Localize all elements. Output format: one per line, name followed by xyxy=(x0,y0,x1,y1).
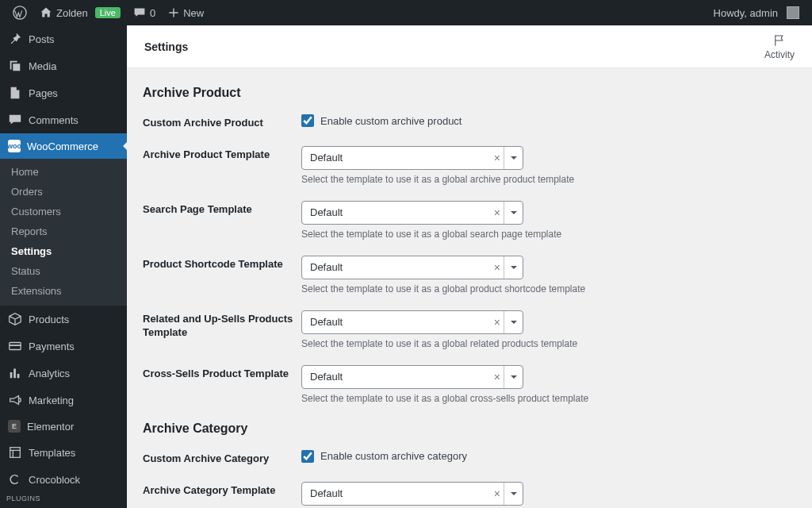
label-search-page-template: Search Page Template xyxy=(143,201,301,217)
clear-icon[interactable]: × xyxy=(494,262,500,273)
label-archive-category-template: Archive Category Template xyxy=(143,482,301,498)
menu-marketing[interactable]: Marketing xyxy=(0,387,127,414)
new-link[interactable]: New xyxy=(162,0,210,25)
desc-cross-sells-template: Select the template to use it as a globa… xyxy=(301,393,745,404)
checkbox-label-custom-archive-category[interactable]: Enable custom archive category xyxy=(320,450,467,462)
label-custom-archive-product: Custom Archive Product xyxy=(143,114,301,130)
checkbox-custom-archive-category[interactable] xyxy=(301,450,314,463)
heading-archive-category: Archive Category xyxy=(143,421,796,436)
submenu-extensions[interactable]: Extensions xyxy=(0,281,127,301)
clear-icon[interactable]: × xyxy=(494,488,500,499)
site-name: Zolden xyxy=(56,7,88,19)
crocoblock-icon xyxy=(8,472,22,487)
menu-jetformbuilder[interactable]: JF JetFormBuilder xyxy=(0,502,127,508)
menu-templates[interactable]: Templates xyxy=(0,439,127,466)
comments-icon xyxy=(8,113,22,127)
site-link[interactable]: Zolden Live xyxy=(33,0,127,25)
row-search-page-template: Search Page Template Default × Select th… xyxy=(143,201,796,240)
flag-icon xyxy=(772,33,787,48)
avatar xyxy=(787,6,799,19)
admin-bar: Zolden Live 0 New Howdy, admin xyxy=(0,0,812,25)
account-link[interactable]: Howdy, admin xyxy=(707,0,806,25)
chevron-down-icon xyxy=(504,483,523,505)
menu-elementor[interactable]: E Elementor xyxy=(0,414,127,439)
submenu-reports[interactable]: Reports xyxy=(0,221,127,241)
analytics-icon xyxy=(8,366,22,380)
row-cross-sells-template: Cross-Sells Product Template Default × S… xyxy=(143,365,796,404)
elementor-icon: E xyxy=(8,420,21,433)
label-product-shortcode-template: Product Shortcode Template xyxy=(143,256,301,271)
comments-link[interactable]: 0 xyxy=(127,0,162,25)
select-archive-product-template[interactable]: Default × xyxy=(301,146,523,170)
plugins-separator-label: PLUGINS xyxy=(0,493,127,502)
desc-archive-product-template: Select the template to use it as a globa… xyxy=(301,174,745,185)
new-label: New xyxy=(183,7,204,19)
submenu-orders[interactable]: Orders xyxy=(0,182,127,202)
page-title: Settings xyxy=(144,40,188,53)
menu-crocoblock[interactable]: Crocoblock xyxy=(0,466,127,493)
menu-posts[interactable]: Posts xyxy=(0,25,127,52)
admin-menu: Posts Media Pages Comments woo WooCommer… xyxy=(0,25,127,508)
svg-rect-3 xyxy=(10,448,21,458)
activity-button[interactable]: Activity xyxy=(764,33,795,60)
menu-comments[interactable]: Comments xyxy=(0,106,127,133)
pages-icon xyxy=(8,86,22,100)
desc-search-page-template: Select the template to use it as a globa… xyxy=(301,229,745,240)
row-related-upsells-template: Related and Up-Sells Products Template D… xyxy=(143,310,796,349)
chevron-down-icon xyxy=(504,147,523,169)
settings-content: Archive Product Custom Archive Product E… xyxy=(127,68,812,508)
menu-payments[interactable]: Payments xyxy=(0,333,127,360)
live-badge: Live xyxy=(95,7,121,18)
products-icon xyxy=(8,312,22,326)
svg-rect-2 xyxy=(10,344,21,346)
checkbox-custom-archive-product[interactable] xyxy=(301,114,314,127)
submenu-customers[interactable]: Customers xyxy=(0,202,127,221)
label-archive-product-template: Archive Product Template xyxy=(143,146,301,162)
clear-icon[interactable]: × xyxy=(494,317,500,328)
menu-products[interactable]: Products xyxy=(0,306,127,333)
select-cross-sells-template[interactable]: Default × xyxy=(301,365,523,389)
clear-icon[interactable]: × xyxy=(494,207,500,218)
payments-icon xyxy=(8,339,22,353)
row-archive-category-template: Archive Category Template Default × Sele… xyxy=(143,482,796,508)
menu-analytics[interactable]: Analytics xyxy=(0,360,127,387)
media-icon xyxy=(8,59,22,73)
page-topbar: Settings Activity xyxy=(127,25,812,68)
submenu-home[interactable]: Home xyxy=(0,162,127,182)
woocommerce-icon: woo xyxy=(8,140,21,152)
chevron-down-icon xyxy=(504,256,523,279)
submenu-status[interactable]: Status xyxy=(0,261,127,281)
desc-product-shortcode-template: Select the template to use it as a globa… xyxy=(301,283,745,294)
menu-woocommerce[interactable]: woo WooCommerce xyxy=(0,133,127,159)
heading-archive-product: Archive Product xyxy=(143,86,796,100)
chevron-down-icon xyxy=(504,366,523,388)
chevron-down-icon xyxy=(504,202,523,224)
row-archive-product-template: Archive Product Template Default × Selec… xyxy=(143,146,796,185)
woocommerce-submenu: Home Orders Customers Reports Settings S… xyxy=(0,159,127,306)
select-search-page-template[interactable]: Default × xyxy=(301,201,523,225)
howdy-text: Howdy, admin xyxy=(714,7,778,19)
clear-icon[interactable]: × xyxy=(494,371,500,383)
label-related-upsells-template: Related and Up-Sells Products Template xyxy=(143,310,301,340)
select-product-shortcode-template[interactable]: Default × xyxy=(301,256,523,279)
checkbox-label-custom-archive-product[interactable]: Enable custom archive product xyxy=(320,115,462,127)
menu-pages[interactable]: Pages xyxy=(0,79,127,106)
row-product-shortcode-template: Product Shortcode Template Default × Sel… xyxy=(143,256,796,294)
row-custom-archive-product: Custom Archive Product Enable custom arc… xyxy=(143,114,796,130)
menu-media[interactable]: Media xyxy=(0,52,127,79)
clear-icon[interactable]: × xyxy=(494,152,500,164)
desc-related-upsells-template: Select the template to use it as a globa… xyxy=(301,338,745,349)
label-custom-archive-category: Custom Archive Category xyxy=(143,450,301,466)
templates-icon xyxy=(8,445,22,460)
pushpin-icon xyxy=(8,32,22,46)
marketing-icon xyxy=(8,393,22,407)
wp-logo[interactable] xyxy=(6,0,33,25)
chevron-down-icon xyxy=(504,311,523,333)
main-wrap: Settings Activity Archive Product Custom… xyxy=(127,0,812,508)
row-custom-archive-category: Custom Archive Category Enable custom ar… xyxy=(143,450,796,466)
label-cross-sells-template: Cross-Sells Product Template xyxy=(143,365,301,381)
submenu-settings[interactable]: Settings xyxy=(0,241,127,261)
select-related-upsells-template[interactable]: Default × xyxy=(301,310,523,334)
select-archive-category-template[interactable]: Default × xyxy=(301,482,523,506)
comments-count: 0 xyxy=(150,7,155,19)
